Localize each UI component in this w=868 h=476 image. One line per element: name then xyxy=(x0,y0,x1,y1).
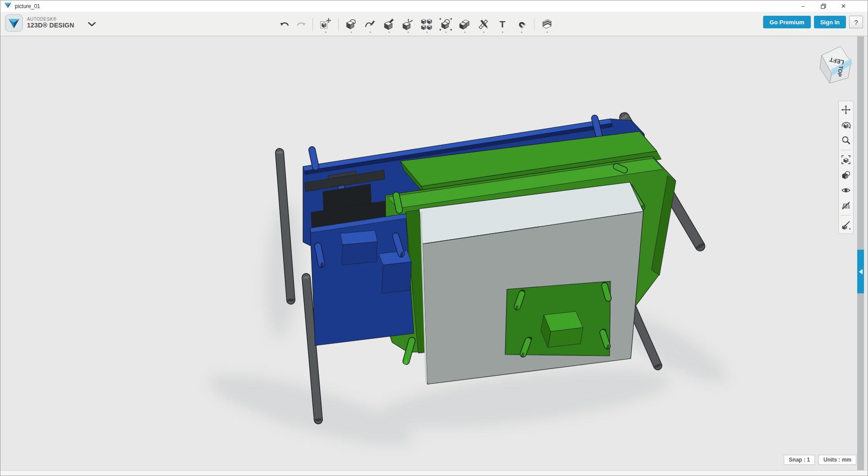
viewport-3d[interactable]: LEFT TOP xyxy=(0,36,868,470)
redo-icon xyxy=(295,18,307,30)
snap-magnet-icon xyxy=(515,18,528,31)
app-window: picture_01 – ✕ AUTODESK® 12 xyxy=(0,0,868,476)
undo-icon xyxy=(279,18,290,30)
grouping-icon xyxy=(439,18,452,31)
modify-icon xyxy=(402,18,414,31)
measure-tool-button[interactable] xyxy=(474,15,493,34)
material-tool-button[interactable] xyxy=(538,15,556,34)
snap-off-icon xyxy=(841,220,851,230)
blue-peg xyxy=(595,118,599,136)
minimize-button[interactable]: – xyxy=(793,0,813,12)
visibility-button[interactable] xyxy=(839,183,853,198)
zoom-fit-button[interactable] xyxy=(839,152,853,167)
green-peg xyxy=(616,166,624,170)
primitives-icon xyxy=(345,18,357,31)
orbit-icon xyxy=(841,120,851,130)
window-title: picture_01 xyxy=(15,3,40,9)
shading-button[interactable] xyxy=(839,167,853,183)
snap-tool-button[interactable] xyxy=(512,15,531,34)
measure-icon xyxy=(477,18,490,31)
orbit-button[interactable] xyxy=(839,117,853,133)
zoom-fit-icon xyxy=(841,155,851,165)
green-standoff xyxy=(605,286,608,298)
shading-icon xyxy=(841,170,851,180)
close-icon: ✕ xyxy=(841,3,846,9)
part-blue-bracket[interactable] xyxy=(310,214,414,346)
side-panel-toggle[interactable] xyxy=(857,250,864,293)
tool-strip: T xyxy=(276,14,556,34)
modify-tool-button[interactable] xyxy=(398,15,417,34)
status-bar: Snap : 1 Units : mm xyxy=(784,455,856,465)
green-peg xyxy=(396,195,399,210)
primitives-tool-button[interactable] xyxy=(342,15,361,34)
combine-icon xyxy=(458,18,471,31)
sign-in-button[interactable]: Sign In xyxy=(814,16,846,28)
toolbar-separator xyxy=(312,18,313,31)
pan-button[interactable] xyxy=(839,102,853,117)
chevron-left-icon xyxy=(859,269,863,274)
zoom-icon xyxy=(841,135,851,145)
navigation-toolbar xyxy=(838,101,854,234)
model-3d-view[interactable] xyxy=(0,36,868,470)
text-tool-glyph: T xyxy=(500,19,506,29)
close-button[interactable]: ✕ xyxy=(833,0,854,12)
redo-button[interactable] xyxy=(293,15,309,34)
restore-icon xyxy=(821,4,826,9)
units-setting[interactable]: Units : mm xyxy=(818,455,856,465)
menu-chevron-down-icon[interactable] xyxy=(88,22,96,27)
snap-toggle-button[interactable] xyxy=(839,217,853,233)
pattern-icon xyxy=(420,18,433,31)
restore-button[interactable] xyxy=(813,0,833,12)
app-brand: AUTODESK® 123D® DESIGN xyxy=(5,14,96,32)
app-logo-icon xyxy=(5,2,11,10)
blue-peg xyxy=(312,150,316,167)
title-bar: picture_01 – ✕ xyxy=(0,0,868,12)
sketch-icon xyxy=(364,18,376,31)
part-pcb[interactable] xyxy=(505,281,610,358)
toolbar-separator xyxy=(534,18,534,31)
combine-tool-button[interactable] xyxy=(455,15,474,34)
eye-icon xyxy=(841,185,851,195)
text-tool-button[interactable]: T xyxy=(493,15,512,34)
sketch-tool-button[interactable] xyxy=(361,15,380,34)
main-toolbar: AUTODESK® 123D® DESIGN xyxy=(0,12,868,36)
view-cube[interactable]: LEFT TOP xyxy=(817,42,857,88)
pcb-component xyxy=(541,311,583,347)
pattern-tool-button[interactable] xyxy=(417,15,436,34)
minimize-icon: – xyxy=(801,3,805,9)
transform-icon xyxy=(319,18,332,31)
construct-icon xyxy=(383,18,395,31)
help-button[interactable]: ? xyxy=(849,16,863,28)
undo-button[interactable] xyxy=(276,15,293,34)
grid-off-icon xyxy=(841,201,851,211)
nav-separator xyxy=(841,215,851,216)
brand-line2: 123D® DESIGN xyxy=(27,22,74,29)
go-premium-button[interactable]: Go Premium xyxy=(763,16,810,28)
toolbar-separator xyxy=(338,18,339,31)
zoom-button[interactable] xyxy=(839,133,853,148)
material-icon xyxy=(540,18,554,31)
snap-setting[interactable]: Snap : 1 xyxy=(784,455,815,465)
account-actions: Go Premium Sign In ? xyxy=(763,16,863,28)
construct-tool-button[interactable] xyxy=(380,15,398,34)
grouping-tool-button[interactable] xyxy=(436,15,455,34)
text-icon: T xyxy=(496,18,509,31)
nav-separator xyxy=(841,150,851,150)
transform-tool-button[interactable] xyxy=(316,15,335,34)
bottom-border-bar xyxy=(0,470,868,476)
grid-toggle-button[interactable] xyxy=(839,198,853,213)
app-logo-icon-large xyxy=(5,14,23,32)
pan-icon xyxy=(841,105,851,115)
